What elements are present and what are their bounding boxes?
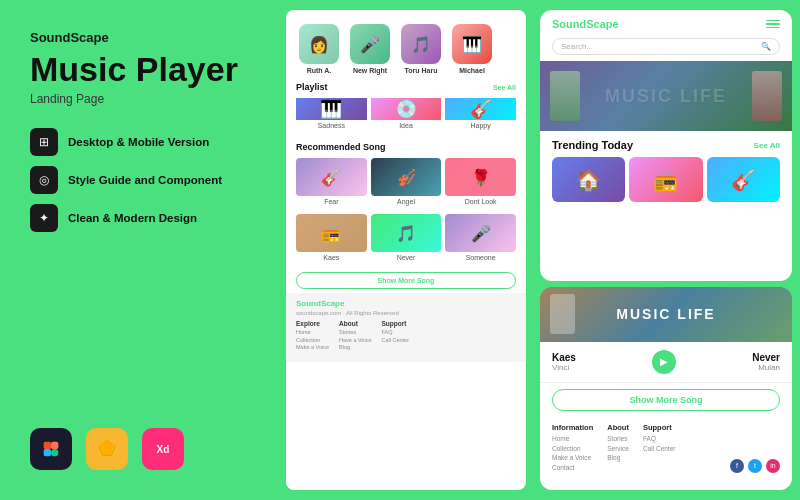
rec-label-never: Never: [371, 254, 442, 261]
mf-support-title: Support: [643, 423, 676, 432]
playlist-item-idea[interactable]: 💿 Idea: [371, 98, 442, 134]
rec-item-someone[interactable]: 🎤 Someone: [445, 214, 516, 266]
trending-thumb-2: 📻: [629, 157, 702, 202]
rec-thumb-never: 🎵: [371, 214, 442, 252]
artist-card-newright: 🎤 New Right: [347, 24, 393, 74]
show-more-center-button[interactable]: Show More Song: [296, 272, 516, 289]
svg-rect-1: [51, 442, 58, 449]
trending-title: Trending Today: [552, 139, 633, 151]
trending-item-1[interactable]: 🏠: [552, 157, 625, 202]
rec-thumb-angel: 🎻: [371, 158, 442, 196]
rec-label-someone: Someone: [445, 254, 516, 261]
mf-about-blog: Blog: [607, 453, 629, 463]
playlist-item-sadness[interactable]: 🎹 Sadness: [296, 98, 367, 134]
playlist-item-happy[interactable]: 🎸 Happy: [445, 98, 516, 134]
mobile-header: SoundScape: [540, 10, 792, 38]
mf-info-collection: Collection: [552, 444, 593, 454]
playlist-thumb-sadness: 🎹: [296, 98, 367, 120]
playlist-thumb-idea: 💿: [371, 98, 442, 120]
trending-item-3[interactable]: 🎸: [707, 157, 780, 202]
rec-thumb-fear: 🎸: [296, 158, 367, 196]
facebook-icon[interactable]: f: [730, 459, 744, 473]
clean-design-icon: ✦: [30, 204, 58, 232]
trending-item-2[interactable]: 📻: [629, 157, 702, 202]
now-playing-song-2: Never: [752, 352, 780, 363]
feature-desktop-mobile-label: Desktop & Mobile Version: [68, 136, 209, 148]
rec-thumb-someone: 🎤: [445, 214, 516, 252]
twitter-icon[interactable]: t: [748, 459, 762, 473]
show-more-mobile-button[interactable]: Show More Song: [552, 389, 780, 411]
mobile-search-bar[interactable]: Search... 🔍: [552, 38, 780, 55]
artist-avatar-newright: 🎤: [350, 24, 390, 64]
playlist-grid: 🎹 Sadness 💿 Idea 🎸 Happy: [296, 98, 516, 134]
playlist-see-all[interactable]: See All: [493, 84, 516, 91]
artists-row: 👩 Ruth A. 🎤 New Right 🎵 Toru Haru 🎹 Mich…: [286, 18, 526, 82]
mf-about-title: About: [607, 423, 629, 432]
mobile-trending-section: Trending Today See All 🏠 📻 🎸: [540, 131, 792, 210]
mf-support-faq: FAQ: [643, 434, 676, 444]
trending-see-all[interactable]: See All: [754, 141, 780, 150]
playlist-label-happy: Happy: [445, 122, 516, 129]
artist-avatar-michael: 🎹: [452, 24, 492, 64]
recommended-grid: 🎸 Fear 🎻 Angel 🌹 Dont Look 📻 Kaes 🎵 Neve…: [296, 158, 516, 266]
footer-col-support-title: Support: [381, 320, 409, 327]
footer-col-about-title: About: [339, 320, 371, 327]
mobile-bottom-hero: MUSIC LIFE: [540, 287, 792, 342]
trending-thumb-1: 🏠: [552, 157, 625, 202]
playlist-label-sadness: Sadness: [296, 122, 367, 129]
feature-clean-design: ✦ Clean & Modern Design: [30, 204, 250, 232]
brand-name: SoundScape: [30, 30, 250, 45]
mobile-footer-col-about: About Stories Service Blog: [607, 423, 629, 473]
artist-card-ruth: 👩 Ruth A.: [296, 24, 342, 74]
rec-item-dontlook[interactable]: 🌹 Dont Look: [445, 158, 516, 210]
recommended-section-header: Recommended Song: [296, 142, 516, 152]
footer-col-explore-title: Explore: [296, 320, 329, 327]
footer-brand: SoundScape: [296, 299, 516, 308]
sketch-icon[interactable]: [86, 428, 128, 470]
mf-about-service: Service: [607, 444, 629, 454]
xd-icon[interactable]: Xd: [142, 428, 184, 470]
search-placeholder: Search...: [561, 42, 593, 51]
footer-col-support-call: Call Center: [381, 337, 409, 345]
artist-name-newright: New Right: [353, 67, 387, 74]
artist-name-toru: Toru Haru: [405, 67, 438, 74]
footer-col-about-blog: Blog: [339, 344, 371, 352]
footer-col-explore-voice: Make a Voice: [296, 344, 329, 352]
footer-col-about: About Stories Have a Voice Blog: [339, 320, 371, 352]
mobile-bottom-card: MUSIC LIFE Kaes Vinci ▶ Never Mulan Show…: [540, 287, 792, 490]
rec-item-never[interactable]: 🎵 Never: [371, 214, 442, 266]
rec-item-kaes[interactable]: 📻 Kaes: [296, 214, 367, 266]
svg-rect-0: [44, 442, 51, 449]
footer-sub: soundscape.com · All Rights Reserved: [296, 310, 516, 316]
desktop-mobile-icon: ⊞: [30, 128, 58, 156]
play-button[interactable]: ▶: [652, 350, 676, 374]
rec-label-fear: Fear: [296, 198, 367, 205]
hamburger-line-2: [766, 23, 780, 25]
mf-info-title: Information: [552, 423, 593, 432]
svg-rect-2: [44, 449, 51, 456]
footer-col-explore: Explore Home Collection Make a Voice: [296, 320, 329, 352]
instagram-icon[interactable]: in: [766, 459, 780, 473]
mobile-top-card: SoundScape Search... 🔍 MUSIC LIFE: [540, 10, 792, 281]
social-icons-group: f t in: [730, 423, 780, 473]
mf-info-contact: Contact: [552, 463, 593, 473]
rec-thumb-kaes: 📻: [296, 214, 367, 252]
hamburger-icon[interactable]: [766, 20, 780, 29]
center-panel: 👩 Ruth A. 🎤 New Right 🎵 Toru Haru 🎹 Mich…: [286, 10, 526, 490]
footer-col-support-faq: FAQ: [381, 329, 409, 337]
mf-about-stories: Stories: [607, 434, 629, 444]
now-playing-song: Kaes: [552, 352, 576, 363]
figma-icon[interactable]: [30, 428, 72, 470]
mf-info-home: Home: [552, 434, 593, 444]
rec-item-angel[interactable]: 🎻 Angel: [371, 158, 442, 210]
artist-name-michael: Michael: [459, 67, 485, 74]
page-subtitle: Landing Page: [30, 92, 250, 106]
footer-col-explore-collection: Collection: [296, 337, 329, 345]
mf-info-voice: Make a Voice: [552, 453, 593, 463]
rec-item-fear[interactable]: 🎸 Fear: [296, 158, 367, 210]
mf-support-call: Call Center: [643, 444, 676, 454]
rec-label-angel: Angel: [371, 198, 442, 205]
mobile-hero-image: MUSIC LIFE: [540, 61, 792, 131]
center-footer: SoundScape soundscape.com · All Rights R…: [286, 293, 526, 362]
now-playing-left: Kaes Vinci: [552, 352, 576, 372]
